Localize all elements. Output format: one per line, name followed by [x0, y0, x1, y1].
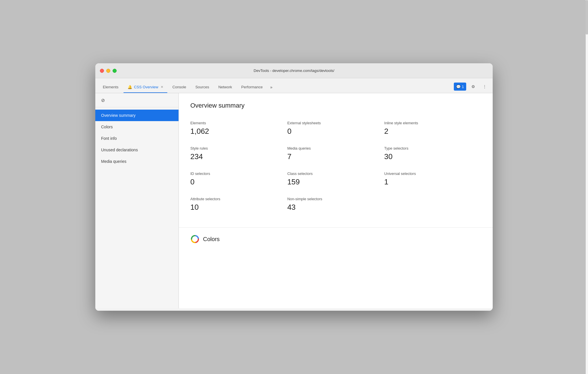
sidebar-item-colors[interactable]: Colors	[95, 121, 179, 133]
sidebar-item-overview-summary-label: Overview summary	[101, 113, 136, 118]
stat-inline-style-elements: Inline style elements 2	[384, 117, 481, 143]
tab-css-overview-label: CSS Overview	[134, 85, 158, 89]
stat-class-selectors-label: Class selectors	[287, 171, 384, 176]
settings-button[interactable]: ⚙	[468, 83, 478, 91]
tab-elements-label: Elements	[103, 85, 118, 89]
stat-attribute-selectors-value: 10	[190, 203, 287, 212]
stat-class-selectors: Class selectors 159	[287, 168, 384, 193]
stat-media-queries: Media queries 7	[287, 143, 384, 168]
stat-class-selectors-value: 159	[287, 178, 384, 186]
stat-type-selectors: Type selectors 30	[384, 143, 481, 168]
stats-grid: Elements 1,062 External stylesheets 0 In…	[190, 117, 481, 219]
stat-empty	[384, 193, 481, 219]
sidebar-item-colors-label: Colors	[101, 125, 113, 129]
tab-sources-label: Sources	[195, 85, 209, 89]
stat-elements-value: 1,062	[190, 127, 287, 136]
main-content: ⊘ Overview summary Colors Font info Unus…	[95, 93, 493, 308]
window-title: DevTools - developer.chrome.com/tags/dev…	[254, 68, 334, 73]
overview-summary-title: Overview summary	[190, 102, 481, 109]
more-options-button[interactable]: ⋮	[480, 83, 489, 91]
sidebar-item-media-queries-label: Media queries	[101, 159, 126, 164]
tab-sources[interactable]: Sources	[191, 81, 213, 93]
settings-icon: ⚙	[471, 84, 475, 89]
browser-window: DevTools - developer.chrome.com/tags/dev…	[95, 63, 493, 311]
sidebar-item-font-info-label: Font info	[101, 136, 117, 141]
stat-style-rules-label: Style rules	[190, 146, 287, 150]
tab-network[interactable]: Network	[214, 81, 236, 93]
stat-inline-style-elements-value: 2	[384, 127, 481, 136]
minimize-button[interactable]	[106, 69, 110, 73]
sidebar-top: ⊘	[95, 93, 179, 107]
tab-console-label: Console	[172, 85, 186, 89]
feedback-icon: 💬	[456, 85, 461, 89]
title-bar: DevTools - developer.chrome.com/tags/dev…	[95, 63, 493, 78]
tab-console[interactable]: Console	[168, 81, 190, 93]
traffic-lights	[100, 69, 117, 73]
stat-style-rules-value: 234	[190, 152, 287, 161]
stat-media-queries-label: Media queries	[287, 146, 384, 150]
stat-media-queries-value: 7	[287, 152, 384, 161]
stat-universal-selectors-value: 1	[384, 178, 481, 186]
tab-performance[interactable]: Performance	[237, 81, 267, 93]
stat-id-selectors: ID selectors 0	[190, 168, 287, 193]
sidebar-item-media-queries[interactable]: Media queries	[95, 156, 179, 167]
maximize-button[interactable]	[113, 69, 117, 73]
tab-performance-label: Performance	[241, 85, 263, 89]
stat-external-stylesheets-label: External stylesheets	[287, 121, 384, 125]
stat-style-rules: Style rules 234	[190, 143, 287, 168]
feedback-count: 1	[462, 85, 464, 89]
stat-type-selectors-value: 30	[384, 152, 481, 161]
sidebar-item-unused-declarations[interactable]: Unused declarations	[95, 144, 179, 156]
content-panel[interactable]: Overview summary Elements 1,062 External…	[179, 93, 493, 308]
tab-close-icon[interactable]: ✕	[161, 85, 163, 89]
sidebar-item-font-info[interactable]: Font info	[95, 133, 179, 144]
tab-bar-right: 💬 1 ⚙ ⋮	[454, 83, 489, 93]
stat-inline-style-elements-label: Inline style elements	[384, 121, 481, 125]
tab-network-label: Network	[218, 85, 232, 89]
stat-elements: Elements 1,062	[190, 117, 287, 143]
tab-elements[interactable]: Elements	[99, 81, 122, 93]
sidebar-item-overview-summary[interactable]: Overview summary	[95, 110, 179, 121]
block-button[interactable]: ⊘	[99, 96, 107, 104]
stat-external-stylesheets: External stylesheets 0	[287, 117, 384, 143]
colors-header: Colors	[190, 234, 481, 244]
colors-section-title: Colors	[203, 236, 220, 243]
stat-non-simple-selectors-value: 43	[287, 203, 384, 212]
tab-css-overview[interactable]: 🔔 CSS Overview ✕	[124, 81, 167, 93]
stat-non-simple-selectors-label: Non-simple selectors	[287, 197, 384, 201]
colors-section: Colors	[179, 228, 493, 251]
stat-non-simple-selectors: Non-simple selectors 43	[287, 193, 384, 219]
feedback-button[interactable]: 💬 1	[454, 83, 466, 91]
sidebar-nav: Overview summary Colors Font info Unused…	[95, 107, 179, 169]
more-options-icon: ⋮	[483, 84, 487, 89]
stat-id-selectors-label: ID selectors	[190, 171, 287, 176]
stat-elements-label: Elements	[190, 121, 287, 125]
stat-universal-selectors-label: Universal selectors	[384, 171, 481, 176]
block-icon: ⊘	[101, 98, 105, 103]
stat-type-selectors-label: Type selectors	[384, 146, 481, 150]
sidebar: ⊘ Overview summary Colors Font info Unus…	[95, 93, 179, 308]
stat-attribute-selectors-label: Attribute selectors	[190, 197, 287, 201]
stat-attribute-selectors: Attribute selectors 10	[190, 193, 287, 219]
stat-universal-selectors: Universal selectors 1	[384, 168, 481, 193]
stat-id-selectors-value: 0	[190, 178, 287, 186]
overview-summary-section: Overview summary Elements 1,062 External…	[179, 93, 493, 228]
tab-more-button[interactable]: »	[268, 81, 275, 93]
tab-bar: Elements 🔔 CSS Overview ✕ Console Source…	[95, 78, 493, 93]
google-ring-icon	[190, 234, 200, 244]
stat-external-stylesheets-value: 0	[287, 127, 384, 136]
sidebar-item-unused-declarations-label: Unused declarations	[101, 148, 138, 152]
tab-css-icon: 🔔	[128, 85, 132, 89]
window-bottom-bar	[95, 308, 493, 311]
tab-more-icon: »	[270, 85, 272, 89]
close-button[interactable]	[100, 69, 104, 73]
